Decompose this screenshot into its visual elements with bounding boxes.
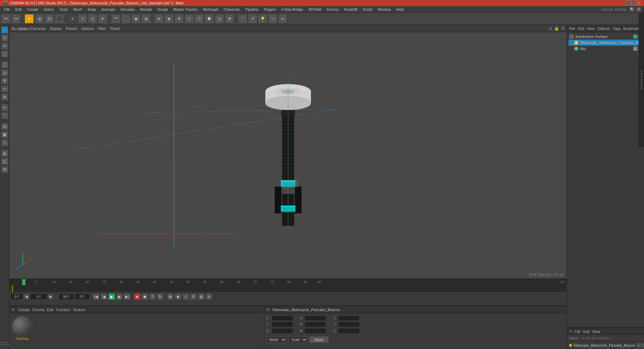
vp-menu-display[interactable]: Display bbox=[50, 27, 62, 31]
vp-menu-panel[interactable]: Panel bbox=[110, 27, 119, 31]
menu-mograph[interactable]: MoGraph bbox=[200, 7, 221, 12]
world-dropdown[interactable]: World Object Parent bbox=[266, 336, 286, 343]
attr-icon-cam[interactable] bbox=[641, 343, 644, 347]
anim-btn-1[interactable]: ⊕ bbox=[167, 293, 174, 300]
attr-menu-view[interactable]: View bbox=[592, 330, 600, 334]
menu-select[interactable]: Select bbox=[41, 7, 57, 12]
anim-btn-6[interactable]: ≡ bbox=[206, 293, 212, 300]
tool-cam2[interactable]: ▣ bbox=[1, 131, 8, 138]
menu-snap[interactable]: Snap bbox=[85, 7, 99, 12]
menu-plugins[interactable]: Plugins bbox=[261, 7, 278, 12]
obj-btn-7[interactable]: ◫ bbox=[215, 14, 224, 23]
coord-x-pos[interactable]: 0 cm bbox=[272, 315, 293, 321]
cam-btn-2[interactable]: 🎥 bbox=[121, 14, 130, 23]
mat-menu-corona[interactable]: Corona bbox=[32, 308, 44, 312]
redo-button[interactable]: ↪ bbox=[11, 14, 21, 23]
tool-scale[interactable]: ⇔ bbox=[1, 42, 8, 50]
viewport-canvas[interactable]: X Y Z Grid Spacing : 10 cm bbox=[9, 32, 567, 279]
layout-settings[interactable]: ⚙ bbox=[636, 7, 641, 12]
anim-btn-4[interactable]: P bbox=[190, 293, 197, 300]
om-vis-icon-sky[interactable] bbox=[633, 47, 637, 51]
om-menu-tags[interactable]: Tags bbox=[613, 27, 621, 31]
tool-select[interactable]: ▢ bbox=[1, 50, 8, 58]
vp-menu-cameras[interactable]: Cameras bbox=[31, 27, 46, 31]
menu-mesh[interactable]: Mesh bbox=[70, 7, 85, 12]
om-menu-file[interactable]: File bbox=[569, 27, 575, 31]
menu-file[interactable]: File bbox=[1, 7, 13, 12]
current-frame-input[interactable] bbox=[11, 294, 23, 300]
mode-edges[interactable]: ≡ bbox=[98, 14, 107, 23]
mat-menu-texture[interactable]: Texture bbox=[73, 308, 85, 312]
cam-btn-3[interactable]: ▣ bbox=[131, 14, 141, 23]
scale-dropdown[interactable]: Scale bbox=[288, 336, 307, 343]
close-button[interactable]: × bbox=[637, 1, 641, 5]
om-item-sky[interactable]: Sky bbox=[569, 46, 643, 52]
keyframe-btn[interactable]: ? bbox=[149, 293, 156, 300]
vp-expand-icon[interactable]: ⊕ bbox=[549, 26, 552, 31]
scene-browser[interactable]: Scene Browser bbox=[639, 13, 644, 147]
coord-y-size[interactable]: 0 cm bbox=[338, 322, 360, 327]
menu-3dtoall[interactable]: 3DToAll bbox=[306, 7, 324, 12]
camera-btn[interactable]: 📹 bbox=[268, 14, 277, 23]
render-region[interactable]: ⊡ bbox=[45, 14, 54, 23]
obj-btn-8[interactable]: ⊞ bbox=[225, 14, 234, 23]
menu-help[interactable]: Help bbox=[393, 7, 407, 12]
light-btn[interactable]: 💡 bbox=[258, 14, 267, 23]
minimize-button[interactable]: − bbox=[626, 1, 631, 5]
prev-frame-button[interactable]: ◀ bbox=[101, 293, 107, 300]
vp-menu-panels[interactable]: Panels bbox=[66, 27, 77, 31]
viewport[interactable]: ⊞ View Cameras Display Panels Options Fi… bbox=[9, 25, 567, 279]
attr-menu-file[interactable]: File bbox=[575, 330, 581, 334]
menu-script[interactable]: Script bbox=[360, 7, 375, 12]
mode-points[interactable]: Z bbox=[88, 14, 97, 23]
anim-btn-2[interactable]: ■ bbox=[175, 293, 181, 300]
go-start-button[interactable]: |◀ bbox=[93, 293, 100, 300]
menu-vray[interactable]: V-Ray Bridge bbox=[279, 7, 306, 12]
tool-floor[interactable]: ⊟ bbox=[1, 123, 8, 130]
menu-render[interactable]: Render bbox=[138, 7, 155, 12]
menu-motiontracker[interactable]: Motion Tracker bbox=[170, 7, 200, 12]
end-frame-input[interactable] bbox=[59, 294, 74, 300]
tool-poly[interactable]: ⬡ bbox=[1, 61, 8, 68]
om-menu-view[interactable]: View bbox=[587, 27, 595, 31]
mat-menu-create[interactable]: Create bbox=[18, 308, 30, 312]
cam-btn-1[interactable]: 📷 bbox=[111, 14, 120, 23]
tool-move[interactable]: ↑ bbox=[1, 26, 8, 34]
menu-corona[interactable]: Corona bbox=[324, 7, 341, 12]
om-menu-objects[interactable]: Objects bbox=[597, 27, 610, 31]
obj-btn-5[interactable]: ⬡ bbox=[195, 14, 204, 23]
material-preview-sphere[interactable] bbox=[12, 316, 32, 336]
go-end-button[interactable]: ▶| bbox=[124, 293, 130, 300]
undo-button[interactable]: ↩ bbox=[1, 14, 11, 23]
menu-animate[interactable]: Animate bbox=[99, 7, 118, 12]
play-button[interactable]: ▶ bbox=[108, 293, 115, 300]
tool-material[interactable]: ◈ bbox=[1, 150, 8, 157]
om-item-subdivision[interactable]: Subdivision Surface bbox=[569, 34, 643, 40]
coord-z-pos[interactable]: 0 cm bbox=[272, 328, 293, 334]
loop-btn[interactable]: ↻ bbox=[157, 293, 164, 300]
coord-p-rot[interactable]: 0° bbox=[305, 322, 326, 327]
vp-settings-icon[interactable]: ⚙ bbox=[561, 26, 565, 31]
anim-btn-3[interactable]: ○ bbox=[182, 293, 189, 300]
mode-model[interactable]: X bbox=[68, 14, 77, 23]
obj-btn-3[interactable]: ⊕ bbox=[174, 14, 184, 23]
vp-menu-options[interactable]: Options bbox=[81, 27, 94, 31]
tool-pen[interactable]: ✏ bbox=[1, 104, 8, 111]
tool-rotate[interactable]: ↻ bbox=[1, 34, 8, 42]
tool-magnet[interactable]: ⊕ bbox=[1, 93, 8, 101]
tool-uv[interactable]: ◫ bbox=[1, 158, 8, 165]
attr-menu-edit[interactable]: Edit bbox=[583, 330, 590, 334]
tool-spline[interactable]: ⌒ bbox=[1, 112, 8, 119]
vp-menu-filter[interactable]: Filter bbox=[98, 27, 106, 31]
obj-btn-1[interactable]: ◉ bbox=[154, 14, 164, 23]
frame-counter[interactable] bbox=[30, 294, 47, 300]
next-frame-button[interactable]: ▶ bbox=[116, 293, 123, 300]
menu-window[interactable]: Window bbox=[375, 7, 393, 12]
render-button[interactable]: ◎ bbox=[35, 14, 44, 23]
menu-sculpt[interactable]: Sculpt bbox=[155, 7, 171, 12]
timeline-playhead[interactable] bbox=[12, 285, 13, 292]
coord-z-size[interactable]: 0 cm bbox=[338, 328, 360, 334]
menu-redshift[interactable]: Redshift bbox=[341, 7, 360, 12]
mode-object[interactable]: Y bbox=[78, 14, 87, 23]
auto-record[interactable]: ⏺ bbox=[142, 293, 148, 300]
